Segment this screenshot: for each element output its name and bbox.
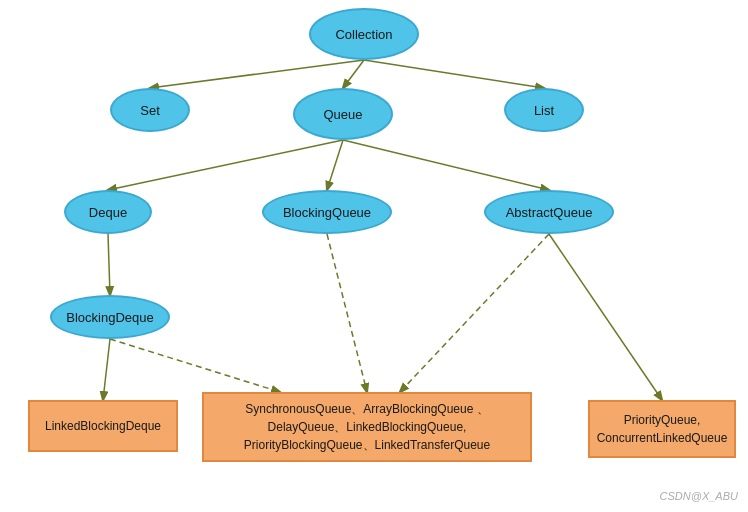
- watermark: CSDN@X_ABU: [660, 490, 738, 502]
- svg-line-2: [364, 60, 544, 88]
- svg-line-4: [327, 140, 343, 190]
- svg-line-8: [327, 234, 367, 392]
- diagram: Collection Set Queue List Deque Blocking…: [0, 0, 748, 512]
- node-set: Set: [110, 88, 190, 132]
- svg-line-0: [150, 60, 364, 88]
- node-abstractqueue: AbstractQueue: [484, 190, 614, 234]
- node-queue: Queue: [293, 88, 393, 140]
- svg-line-5: [343, 140, 549, 190]
- node-queue-impls: SynchronousQueue、ArrayBlockingQueue 、Del…: [202, 392, 532, 462]
- node-priority-concurrent: PriorityQueue, ConcurrentLinkedQueue: [588, 400, 736, 458]
- node-linked-blocking-deque: LinkedBlockingDeque: [28, 400, 178, 452]
- svg-line-7: [103, 339, 110, 400]
- svg-line-1: [343, 60, 364, 88]
- svg-line-11: [549, 234, 662, 400]
- node-blockingqueue: BlockingQueue: [262, 190, 392, 234]
- node-deque: Deque: [64, 190, 152, 234]
- svg-line-3: [108, 140, 343, 190]
- svg-line-6: [108, 234, 110, 295]
- svg-line-9: [110, 339, 280, 392]
- node-collection: Collection: [309, 8, 419, 60]
- node-list: List: [504, 88, 584, 132]
- svg-line-10: [400, 234, 549, 392]
- node-blockingdeque: BlockingDeque: [50, 295, 170, 339]
